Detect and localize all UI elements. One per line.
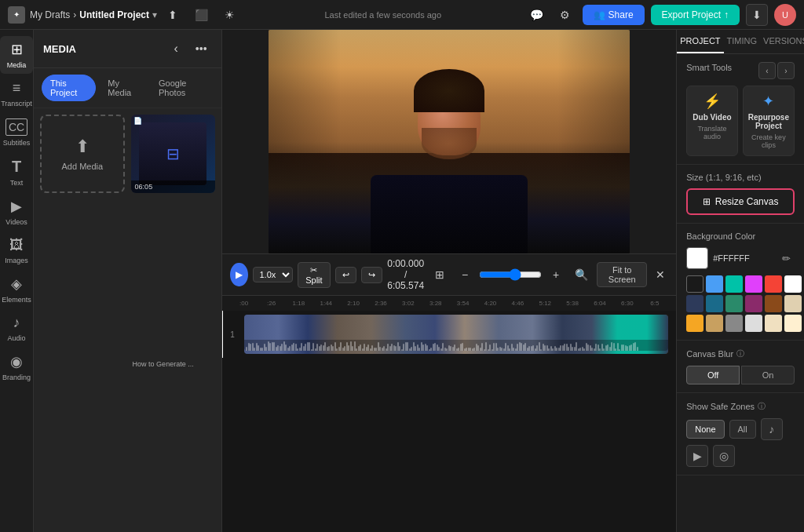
- avatar[interactable]: U: [774, 4, 796, 26]
- dropdown-arrow-icon[interactable]: ▾: [152, 9, 157, 20]
- sidebar-item-audio[interactable]: ♪ Audio: [0, 310, 33, 347]
- media-panel-title: MEDIA: [43, 43, 76, 55]
- canvas-blur-info-icon[interactable]: ⓘ: [736, 348, 744, 359]
- more-options-icon[interactable]: •••: [190, 38, 212, 60]
- app-logo: ✦: [8, 6, 25, 24]
- safe-zones-all-button[interactable]: All: [729, 420, 756, 439]
- palette-color-11[interactable]: [784, 295, 802, 312]
- speed-select[interactable]: 1.0x 0.5x 1.5x 2.0x: [253, 267, 293, 282]
- tab-this-project[interactable]: This Project: [42, 75, 96, 101]
- zoom-slider[interactable]: [479, 268, 542, 281]
- instagram-icon[interactable]: ◎: [713, 445, 735, 467]
- palette-color-4[interactable]: [765, 275, 782, 293]
- sidebar-item-branding[interactable]: ◉ Branding: [0, 348, 33, 386]
- bg-color-hex: #FFFFFF: [713, 253, 773, 263]
- palette-color-13[interactable]: [706, 315, 723, 332]
- topbar: ✦ My Drafts › Untitled Project ▾ ⬆ ⬛ ☀ L…: [0, 0, 804, 30]
- brightness-icon[interactable]: ☀: [218, 4, 240, 26]
- palette-color-10[interactable]: [765, 295, 782, 312]
- right-panel: PROJECT TIMING VERSIONS Smart Tools ‹ › …: [676, 30, 804, 532]
- play-button[interactable]: ▶: [230, 263, 247, 286]
- canvas-blur-off-button[interactable]: Off: [686, 366, 740, 384]
- dub-video-tool[interactable]: ⚡ Dub Video Translate audio: [686, 86, 738, 156]
- palette-color-17[interactable]: [784, 315, 802, 332]
- dub-label: Dub Video: [693, 113, 731, 122]
- share-button[interactable]: 👥 Share: [583, 5, 645, 25]
- sidebar-item-transcript[interactable]: ≡ Transcript: [0, 75, 33, 112]
- split-button[interactable]: ✂ Split: [298, 262, 331, 288]
- videos-icon: ▶: [11, 198, 22, 215]
- palette-color-3[interactable]: [745, 275, 762, 293]
- timeline-ruler: :00:261:181:442:102:363:023:283:544:204:…: [222, 295, 676, 311]
- palette-color-14[interactable]: [725, 315, 743, 332]
- tab-project[interactable]: PROJECT: [677, 30, 723, 53]
- palette-color-8[interactable]: [725, 295, 743, 312]
- palette-color-2[interactable]: [725, 275, 743, 293]
- tab-google-photos[interactable]: Google Photos: [150, 75, 214, 101]
- palette-color-1[interactable]: [706, 275, 723, 293]
- add-media-card[interactable]: ⬆ Add Media: [40, 115, 125, 193]
- track-clip[interactable]: [244, 315, 668, 354]
- prev-arrow-icon[interactable]: ‹: [758, 62, 776, 79]
- upload-icon[interactable]: ⬆: [162, 4, 184, 26]
- comment-icon[interactable]: 💬: [526, 4, 548, 26]
- thumb-duration: 06:05: [131, 180, 216, 193]
- translate-icon: ⚡: [704, 93, 721, 110]
- sidebar-item-media[interactable]: ⊞ Media: [0, 36, 33, 74]
- breadcrumb-separator: ›: [73, 9, 76, 20]
- video-preview: [269, 30, 630, 253]
- media-icon: ⊞: [11, 41, 23, 58]
- palette-color-5[interactable]: [784, 275, 802, 293]
- close-media-panel-icon[interactable]: ‹: [165, 38, 187, 60]
- bg-color-swatch[interactable]: [686, 247, 708, 269]
- palette-color-15[interactable]: [745, 315, 762, 332]
- sidebar-item-images[interactable]: 🖼 Images: [0, 232, 33, 269]
- tab-my-media[interactable]: My Media: [99, 75, 147, 101]
- youtube-icon[interactable]: ▶: [686, 445, 708, 467]
- safe-zones-none-button[interactable]: None: [686, 420, 724, 439]
- palette-color-16[interactable]: [765, 315, 782, 332]
- color-palette: [686, 275, 795, 332]
- canvas-blur-title: Canvas Blur ⓘ: [686, 348, 795, 359]
- tiktok-icon[interactable]: ♪: [761, 418, 783, 440]
- zoom-in-icon[interactable]: +: [545, 264, 567, 286]
- project-name[interactable]: Untitled Project: [79, 9, 149, 20]
- bg-color-title: Background Color: [686, 231, 795, 241]
- palette-color-0[interactable]: [686, 275, 704, 293]
- export-button[interactable]: Export Project ↑: [651, 5, 740, 25]
- center-area: ▶ 1.0x 0.5x 1.5x 2.0x ✂ Split ↩ ↪ 0:00.0…: [222, 30, 676, 532]
- zoom-search-icon[interactable]: 🔍: [570, 264, 592, 286]
- redo-button[interactable]: ↪: [361, 267, 382, 283]
- undo-button[interactable]: ↩: [335, 267, 356, 283]
- sidebar-item-elements[interactable]: ◈ Elements: [0, 271, 33, 308]
- close-timeline-icon[interactable]: ✕: [652, 264, 668, 286]
- safe-zones-info-icon[interactable]: ⓘ: [758, 401, 766, 412]
- size-section-title: Size (1:1, 9:16, etc): [686, 173, 795, 182]
- sidebar-item-videos[interactable]: ▶ Videos: [0, 193, 33, 231]
- tab-timing[interactable]: TIMING: [724, 30, 761, 53]
- breadcrumb-drafts[interactable]: My Drafts: [30, 9, 70, 20]
- sidebar-item-subtitles[interactable]: CC Subtitles: [0, 114, 33, 151]
- preview-icon[interactable]: ⬛: [190, 4, 212, 26]
- left-sidebar: ⊞ Media ≡ Transcript CC Subtitles T Text…: [0, 30, 34, 532]
- time-display: 0:00.000 / 6:05.574: [387, 258, 424, 291]
- repurpose-icon: ✦: [762, 93, 774, 110]
- zoom-out-icon[interactable]: −: [454, 264, 476, 286]
- repurpose-tool[interactable]: ✦ Repurpose Project Create key clips: [743, 86, 795, 156]
- tab-versions[interactable]: VERSIONS: [760, 30, 804, 53]
- eyedropper-icon[interactable]: ✏: [777, 250, 795, 267]
- palette-color-9[interactable]: [745, 295, 762, 312]
- fit-to-screen-button[interactable]: Fit to Screen: [597, 262, 647, 287]
- resize-canvas-button[interactable]: ⊞ Resize Canvas: [686, 188, 795, 215]
- canvas-blur-on-button[interactable]: On: [741, 366, 795, 384]
- next-arrow-icon[interactable]: ›: [777, 62, 795, 79]
- palette-color-12[interactable]: [686, 315, 704, 332]
- media-thumbnail[interactable]: ⊟ 06:05 📄: [131, 115, 216, 193]
- download-icon[interactable]: ⬇: [746, 4, 768, 26]
- sidebar-item-text[interactable]: T Text: [0, 153, 33, 191]
- zoom-fit-icon[interactable]: ⊞: [429, 264, 451, 286]
- export-arrow-icon: ↑: [724, 9, 729, 20]
- palette-color-6[interactable]: [686, 295, 704, 312]
- settings-icon[interactable]: ⚙: [554, 4, 576, 26]
- palette-color-7[interactable]: [706, 295, 723, 312]
